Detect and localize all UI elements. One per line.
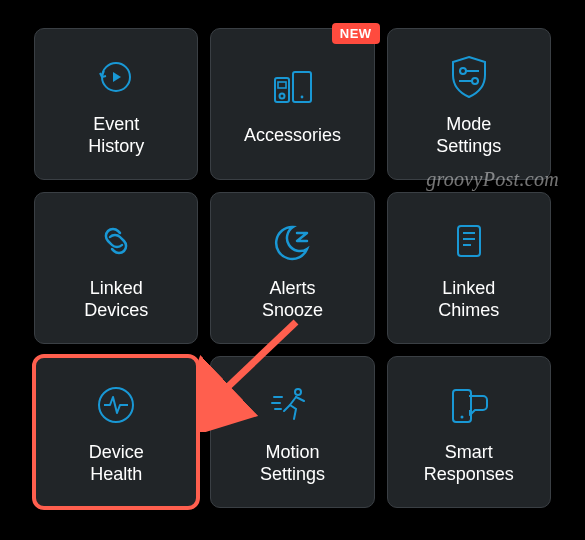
svg-point-7 bbox=[460, 68, 466, 74]
tile-label: Event History bbox=[82, 113, 150, 158]
tile-device-health[interactable]: Device Health bbox=[34, 356, 198, 508]
tile-label: Linked Chimes bbox=[432, 277, 505, 322]
devices-icon bbox=[266, 62, 318, 114]
tile-mode-settings[interactable]: Mode Settings bbox=[387, 28, 551, 180]
settings-grid: Event History NEW Accessories Mode S bbox=[0, 0, 585, 536]
doc-lines-icon bbox=[449, 215, 489, 267]
tile-linked-devices[interactable]: Linked Devices bbox=[34, 192, 198, 344]
tile-event-history[interactable]: Event History bbox=[34, 28, 198, 180]
shield-toggle-icon bbox=[447, 51, 491, 103]
tile-label: Accessories bbox=[238, 124, 347, 147]
runner-icon bbox=[268, 379, 316, 431]
svg-point-5 bbox=[301, 95, 304, 98]
tile-label: Mode Settings bbox=[430, 113, 507, 158]
tile-accessories[interactable]: NEW Accessories bbox=[210, 28, 374, 180]
svg-point-2 bbox=[280, 93, 285, 98]
moon-snooze-icon bbox=[267, 215, 317, 267]
tile-label: Alerts Snooze bbox=[256, 277, 329, 322]
svg-point-15 bbox=[295, 389, 301, 395]
svg-point-20 bbox=[460, 415, 463, 418]
svg-rect-10 bbox=[458, 226, 480, 256]
svg-rect-3 bbox=[278, 82, 286, 88]
pulse-circle-icon bbox=[93, 379, 139, 431]
tile-linked-chimes[interactable]: Linked Chimes bbox=[387, 192, 551, 344]
tile-alerts-snooze[interactable]: Alerts Snooze bbox=[210, 192, 374, 344]
new-badge: NEW bbox=[332, 23, 380, 44]
tile-label: Device Health bbox=[83, 441, 150, 486]
device-chat-icon bbox=[445, 379, 493, 431]
link-icon bbox=[92, 215, 140, 267]
svg-point-9 bbox=[472, 78, 478, 84]
tile-label: Smart Responses bbox=[418, 441, 520, 486]
clock-play-icon bbox=[94, 51, 138, 103]
tile-label: Motion Settings bbox=[254, 441, 331, 486]
tile-motion-settings[interactable]: Motion Settings bbox=[210, 356, 374, 508]
tile-smart-responses[interactable]: Smart Responses bbox=[387, 356, 551, 508]
tile-label: Linked Devices bbox=[78, 277, 154, 322]
